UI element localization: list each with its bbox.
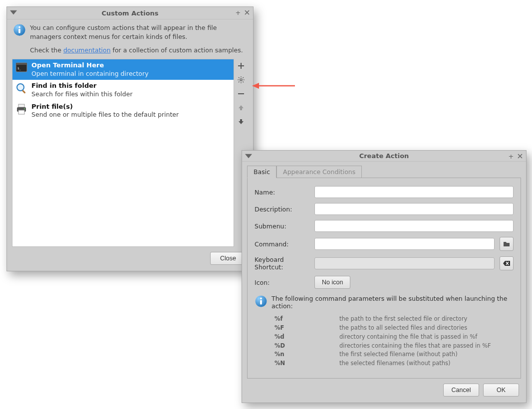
icon-picker-button[interactable]: No icon [314,276,350,289]
window-maximize-icon[interactable]: + [507,152,515,160]
tab-appearance-conditions[interactable]: Appearance Conditions [276,166,362,178]
svg-rect-8 [16,63,27,65]
window-title: Create Action [242,152,526,160]
name-input[interactable] [314,186,514,198]
param-table: %fthe path to the first selected file or… [274,315,514,368]
remove-action-button[interactable] [236,89,246,99]
svg-marker-0 [10,10,17,14]
search-icon [15,82,27,94]
name-label: Name: [255,189,309,196]
browse-command-button[interactable] [500,237,514,251]
svg-line-23 [239,77,240,78]
titlebar: Create Action + [242,151,526,162]
action-item-open-terminal[interactable]: $_ Open Terminal Here Open terminal in c… [12,59,234,80]
window-menu-icon[interactable] [10,9,17,16]
svg-rect-6 [18,29,20,33]
svg-line-26 [239,82,240,83]
shortcut-input[interactable] [314,257,495,269]
tab-panel-basic: Name: Description: Submenu: Command: Key… [247,178,521,379]
move-down-button[interactable] [236,117,246,127]
window-close-icon[interactable] [243,8,251,16]
action-list[interactable]: $_ Open Terminal Here Open terminal in c… [12,59,234,247]
svg-marker-28 [239,105,244,110]
doc-line: Check the documentation for a collection… [30,46,248,54]
svg-rect-11 [22,90,26,94]
create-action-window: Create Action + Basic Appearance Conditi… [242,150,527,403]
svg-rect-14 [18,110,24,114]
tabbar: Basic Appearance Conditions [247,165,521,178]
params-intro: The following command parameters will be… [271,295,514,310]
action-desc: Send one or multiple files to the defaul… [31,111,179,119]
documentation-link[interactable]: documentation [63,46,111,54]
description-label: Description: [255,205,309,213]
svg-marker-29 [239,119,244,124]
window-close-icon[interactable] [516,152,524,160]
action-title: Print file(s) [31,103,179,111]
shortcut-label: Keyboard Shortcut: [255,256,309,271]
info-icon [255,295,266,307]
custom-actions-window: Custom Actions + You can configure custo… [6,6,254,271]
window-menu-icon[interactable] [245,153,252,160]
move-up-button[interactable] [236,103,246,113]
command-input[interactable] [314,238,495,250]
svg-point-10 [17,84,24,91]
window-maximize-icon[interactable]: + [234,8,242,16]
printer-icon [15,103,27,115]
clear-shortcut-button[interactable] [500,256,514,270]
window-title: Custom Actions [7,9,253,17]
svg-text:$_: $_ [17,66,21,70]
submenu-input[interactable] [314,220,514,232]
add-action-button[interactable] [236,61,246,71]
annotation-arrow [251,81,296,91]
command-label: Command: [255,240,309,248]
action-title: Find in this folder [31,82,133,90]
svg-point-15 [24,108,25,109]
action-desc: Open terminal in containing directory [31,70,149,78]
svg-marker-32 [245,154,252,158]
action-item-print[interactable]: Print file(s) Send one or multiple files… [12,101,234,121]
terminal-icon: $_ [15,62,27,74]
svg-line-24 [243,82,244,83]
cancel-button[interactable]: Cancel [443,384,479,397]
submenu-label: Submenu: [255,222,309,230]
svg-line-25 [243,77,244,78]
close-button[interactable]: Close [210,252,246,265]
ok-button[interactable]: OK [483,384,519,397]
titlebar: Custom Actions + [7,7,253,19]
icon-label: Icon: [255,279,309,286]
svg-rect-39 [260,300,262,305]
description-input[interactable] [314,203,514,215]
tab-basic[interactable]: Basic [247,166,276,178]
action-desc: Search for files within this folder [31,90,133,98]
svg-point-18 [240,79,242,81]
info-text: You can configure custom actions that wi… [30,23,248,41]
svg-point-5 [18,26,20,28]
action-title: Open Terminal Here [31,61,149,70]
svg-rect-12 [18,104,24,107]
info-icon [13,23,26,36]
gear-icon[interactable] [236,75,246,85]
svg-point-38 [260,298,262,300]
action-item-find[interactable]: Find in this folder Search for files wit… [12,80,234,100]
